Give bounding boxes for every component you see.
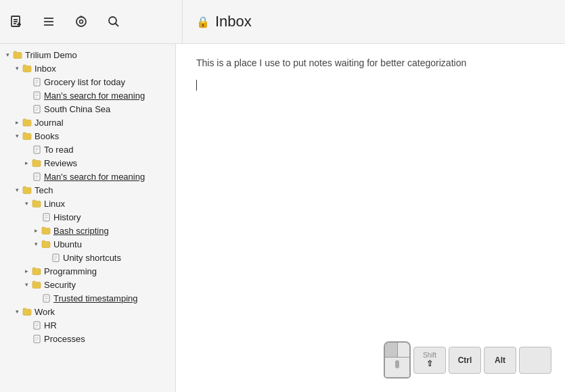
tree-item-processes[interactable]: Processes: [0, 332, 175, 345]
tree-label-trilium-demo: Trilium Demo: [25, 50, 77, 60]
toggle-ubuntu[interactable]: ▾: [31, 239, 41, 249]
folder-icon-tech: [22, 185, 32, 195]
tree-label-linux: Linux: [44, 199, 65, 209]
keyboard-mouse-overlay: Shift ⇧ Ctrl Alt: [384, 341, 551, 378]
search-button[interactable]: [104, 12, 123, 31]
tree-label-bash: Bash scripting: [53, 226, 109, 236]
note-icon-south-china: [31, 103, 42, 114]
svg-point-10: [80, 20, 83, 24]
toggle-bash[interactable]: ▸: [31, 226, 41, 235]
folder-icon-trilium-demo: [12, 49, 23, 60]
tree-label-south-china: South China Sea: [44, 104, 110, 114]
toggle-books[interactable]: ▾: [12, 131, 22, 141]
toggle-work[interactable]: ▾: [12, 307, 22, 316]
tree-item-trilium-demo[interactable]: ▾ Trilium Demo: [0, 48, 175, 62]
toggle-hr: [22, 320, 31, 330]
tree-item-work[interactable]: ▾ Work: [0, 305, 175, 318]
new-note-button[interactable]: [7, 12, 26, 31]
tree-label-hr: HR: [44, 320, 57, 330]
tree-label-mans-search-inbox: Man's search for meaning: [44, 91, 145, 101]
tree-item-mans-search-inbox[interactable]: Man's search for meaning: [0, 89, 175, 102]
toggle-processes: [22, 334, 31, 343]
folder-icon-linux: [31, 198, 42, 209]
toggle-inbox[interactable]: ▾: [12, 64, 22, 73]
note-icon-trusted: [41, 293, 51, 303]
toggle-journal[interactable]: ▸: [12, 118, 22, 127]
tree-item-to-read[interactable]: To read: [0, 143, 175, 156]
folder-icon-work: [22, 306, 32, 317]
tree-item-hr[interactable]: HR: [0, 318, 175, 332]
content-description: This is a place I use to put notes waiti…: [196, 57, 545, 68]
tree-label-ubuntu: Ubuntu: [53, 239, 82, 249]
page-title: Inbox: [215, 13, 252, 30]
note-icon-grocery: [31, 76, 42, 87]
alt-key: Alt: [484, 347, 516, 374]
folder-icon-books: [22, 130, 32, 141]
folder-icon-journal: [22, 117, 32, 128]
toggle-grocery: [22, 77, 31, 87]
shift-key: Shift ⇧: [413, 347, 446, 374]
svg-line-13: [116, 24, 119, 27]
tree-item-reviews[interactable]: ▸ Reviews: [0, 156, 175, 170]
toggle-tech[interactable]: ▾: [12, 185, 22, 195]
folder-icon-reviews: [31, 157, 42, 168]
toggle-unity: [41, 253, 50, 262]
note-icon-to-read: [31, 144, 42, 155]
mouse-left-btn: [385, 343, 398, 357]
folder-icon-ubuntu: [41, 239, 51, 249]
tree-item-bash[interactable]: ▸ Bash scripting: [0, 224, 175, 237]
history-button[interactable]: [72, 12, 91, 31]
note-icon-unity: [50, 252, 61, 263]
svg-point-9: [76, 17, 86, 26]
tree-item-unity[interactable]: Unity shortcuts: [0, 251, 175, 264]
tree-label-history: History: [53, 212, 81, 222]
tree-item-books[interactable]: ▾ Books: [0, 129, 175, 143]
folder-icon-programming: [31, 266, 42, 276]
tree-item-security[interactable]: ▾ Security: [0, 278, 175, 291]
tree-label-grocery: Grocery list for today: [44, 77, 125, 87]
mouse-body: [385, 371, 409, 377]
folder-icon-bash: [41, 225, 51, 236]
tree-label-books: Books: [35, 131, 59, 141]
note-list-button[interactable]: [39, 12, 58, 31]
tree-item-ubuntu[interactable]: ▾ Ubuntu: [0, 237, 175, 251]
toggle-linux[interactable]: ▾: [22, 199, 31, 208]
toggle-programming[interactable]: ▸: [22, 266, 31, 276]
toggle-mans-search-inbox: [22, 91, 31, 100]
toolbar-right: 🔒 Inbox: [196, 13, 558, 30]
tree-item-grocery[interactable]: Grocery list for today: [0, 75, 175, 89]
tree-item-south-china[interactable]: South China Sea: [0, 102, 175, 116]
main: ▾ Trilium Demo▾ Inbox Grocery list for t…: [0, 44, 565, 392]
tree-label-tech: Tech: [35, 185, 53, 195]
lock-area: 🔒 Inbox: [196, 13, 252, 30]
tree-item-inbox[interactable]: ▾ Inbox: [0, 62, 175, 75]
sidebar[interactable]: ▾ Trilium Demo▾ Inbox Grocery list for t…: [0, 44, 176, 392]
tree-item-programming[interactable]: ▸ Programming: [0, 264, 175, 278]
toggle-reviews[interactable]: ▸: [22, 158, 31, 168]
folder-icon-inbox: [22, 63, 32, 74]
toggle-trilium-demo[interactable]: ▾: [3, 50, 12, 59]
folder-icon-security: [31, 279, 42, 290]
lock-icon: 🔒: [196, 16, 210, 28]
mouse-right-btn: [398, 343, 410, 357]
tree-item-history[interactable]: History: [0, 210, 175, 224]
svg-point-12: [109, 17, 116, 24]
tree-item-tech[interactable]: ▾ Tech: [0, 183, 175, 197]
tree-item-trusted[interactable]: Trusted timestamping: [0, 291, 175, 305]
note-icon-mans-search-books: [31, 171, 42, 182]
toggle-south-china: [22, 104, 31, 114]
text-cursor: [196, 80, 197, 91]
toggle-mans-search-books: [22, 172, 31, 181]
toggle-security[interactable]: ▾: [22, 280, 31, 289]
tree-item-linux[interactable]: ▾ Linux: [0, 197, 175, 210]
tree-label-mans-search-books: Man's search for meaning: [44, 172, 145, 182]
toggle-trusted: [31, 293, 41, 303]
tree-item-mans-search-books[interactable]: Man's search for meaning: [0, 170, 175, 183]
mouse-icon: [384, 341, 411, 378]
tree-label-journal: Journal: [35, 118, 64, 128]
tree-label-inbox: Inbox: [35, 64, 56, 74]
ctrl-key: Ctrl: [449, 347, 481, 374]
tree-label-to-read: To read: [44, 145, 73, 155]
tree-item-journal[interactable]: ▸ Journal: [0, 116, 175, 129]
tree-label-trusted: Trusted timestamping: [53, 293, 138, 303]
